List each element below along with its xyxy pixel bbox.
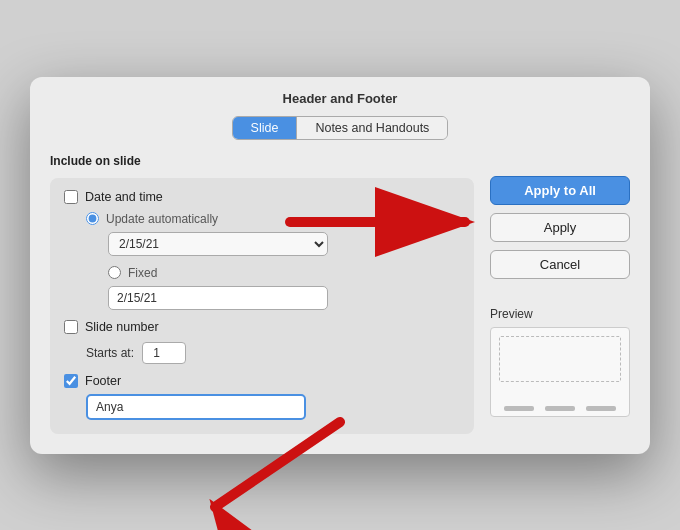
- right-panel: Apply to All Apply Cancel Preview: [490, 154, 630, 434]
- include-label: Include on slide: [50, 154, 474, 168]
- date-format-select[interactable]: 2/15/21: [108, 232, 328, 256]
- apply-all-button[interactable]: Apply to All: [490, 176, 630, 205]
- slide-number-checkbox[interactable]: [64, 320, 78, 334]
- left-panel: Include on slide Date and time Update au…: [50, 154, 474, 434]
- content-area: Include on slide Date and time Update au…: [30, 154, 650, 434]
- footer-input-row: Anya: [86, 394, 460, 420]
- update-auto-row: Update automatically: [86, 212, 460, 226]
- svg-line-3: [215, 422, 340, 507]
- tab-slide[interactable]: Slide: [233, 117, 297, 139]
- fixed-date-input[interactable]: 2/15/21: [108, 286, 328, 310]
- starts-at-row: Starts at: 1: [86, 342, 460, 364]
- dialog-title: Header and Footer: [30, 77, 650, 116]
- date-time-indent: Update automatically 2/15/21 Fixed 2/15/…: [86, 212, 460, 310]
- header-footer-dialog: Header and Footer Slide Notes and Handou…: [30, 77, 650, 454]
- preview-section: Preview: [490, 307, 630, 417]
- starts-at-input[interactable]: 1: [142, 342, 186, 364]
- include-box: Date and time Update automatically 2/15/…: [50, 178, 474, 434]
- cancel-button[interactable]: Cancel: [490, 250, 630, 279]
- fixed-label: Fixed: [128, 266, 157, 280]
- preview-inner: [499, 336, 621, 382]
- preview-bar-center: [545, 406, 575, 411]
- slide-number-label: Slide number: [85, 320, 159, 334]
- preview-bar-right: [586, 406, 616, 411]
- fixed-input-row: 2/15/21: [108, 286, 460, 310]
- date-time-label: Date and time: [85, 190, 163, 204]
- footer-label: Footer: [85, 374, 121, 388]
- fixed-row: Fixed: [108, 266, 460, 280]
- fixed-radio[interactable]: [108, 266, 121, 279]
- tabs-bar: Slide Notes and Handouts: [30, 116, 650, 140]
- footer-text-input[interactable]: Anya: [86, 394, 306, 420]
- update-auto-label: Update automatically: [106, 212, 218, 226]
- slide-number-row: Slide number: [64, 320, 460, 334]
- preview-footer-bars: [491, 402, 629, 416]
- preview-label: Preview: [490, 307, 630, 321]
- date-time-checkbox[interactable]: [64, 190, 78, 204]
- preview-bar-left: [504, 406, 534, 411]
- starts-at-label: Starts at:: [86, 346, 134, 360]
- footer-checkbox[interactable]: [64, 374, 78, 388]
- footer-section: Footer Anya: [64, 374, 460, 420]
- footer-row: Footer: [64, 374, 460, 388]
- date-dropdown-row: 2/15/21: [108, 232, 460, 256]
- update-auto-radio[interactable]: [86, 212, 99, 225]
- apply-button[interactable]: Apply: [490, 213, 630, 242]
- stepper-input: 1: [142, 342, 186, 364]
- tab-group: Slide Notes and Handouts: [232, 116, 449, 140]
- preview-box: [490, 327, 630, 417]
- tab-notes-handouts[interactable]: Notes and Handouts: [296, 117, 447, 139]
- date-time-row: Date and time: [64, 190, 460, 204]
